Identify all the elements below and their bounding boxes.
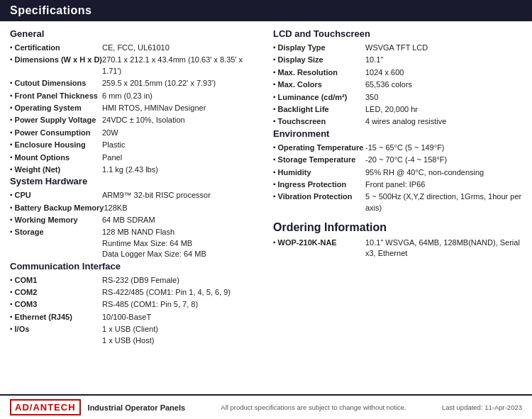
bullet-icon: ▪: [10, 115, 13, 125]
spec-row: ▪COM2RS-422/485 (COM1: Pin 1, 4, 5, 6, 9…: [10, 286, 259, 298]
spec-key: ▪Cutout Dimensions: [10, 78, 102, 89]
bullet-icon: ▪: [273, 92, 276, 102]
section-title: LCD and Touchscreen: [273, 28, 522, 39]
spec-value: ARM9™ 32-bit RISC processor: [102, 190, 259, 201]
spec-key-text: Enclosure Housing: [15, 140, 86, 150]
bullet-icon: ▪: [273, 191, 276, 201]
spec-key-text: Working Memory: [15, 215, 78, 225]
spec-key-text: Mount Options: [15, 152, 70, 163]
spec-key-text: Power Consumption: [15, 128, 91, 138]
page: Specifications General▪CertificationCE, …: [0, 0, 532, 419]
spec-value: 10.1": [365, 55, 522, 65]
spec-key-text: Cutout Dimensions: [15, 78, 87, 89]
bullet-icon: ▪: [273, 67, 276, 77]
spec-key: ▪CPU: [10, 190, 102, 201]
spec-value: Panel: [102, 152, 259, 163]
spec-key-text: Backlight Life: [278, 104, 329, 115]
spec-key: ▪Backlight Life: [273, 104, 365, 115]
spec-row: ▪Humidity95% RH @ 40°C, non-condensing: [273, 167, 522, 179]
spec-row: ▪Power Supply Voltage24VDC ± 10%, Isolat…: [10, 114, 259, 126]
spec-value: 350: [365, 92, 522, 103]
section: General▪CertificationCE, FCC, UL61010▪Di…: [10, 28, 259, 176]
spec-key: ▪Storage Temperature: [273, 155, 365, 165]
spec-row: ▪Storage Temperature-20 ~ 70°C (-4 ~ 158…: [273, 154, 522, 166]
bullet-icon: ▪: [10, 152, 13, 162]
spec-key-text: Battery Backup Memory: [15, 203, 104, 213]
bullet-icon: ▪: [10, 164, 13, 174]
spec-key: ▪Touchscreen: [273, 116, 365, 127]
footer-disclaimer: All product specifications are subject t…: [221, 403, 406, 411]
spec-row: ▪Weight (Net)1.1 kg (2.43 lbs): [10, 164, 259, 176]
left-column: General▪CertificationCE, FCC, UL61010▪Di…: [10, 28, 259, 387]
spec-value: WSVGA TFT LCD: [365, 43, 522, 53]
bullet-icon: ▪: [273, 143, 276, 152]
spec-value: 128KB: [104, 203, 259, 213]
spec-key: ▪Weight (Net): [10, 164, 102, 175]
footer-tagline: Industrial Operator Panels: [88, 403, 186, 412]
footer: AD/ANTECH Industrial Operator Panels All…: [0, 394, 532, 419]
bullet-icon: ▪: [10, 43, 13, 52]
spec-row: ▪I/Os1 x USB (Client)1 x USB (Host): [10, 323, 259, 347]
spec-row: ▪Vibration Protection5 ~ 500Hz (X,Y,Z di…: [273, 191, 522, 214]
spec-row: ▪Mount OptionsPanel: [10, 152, 259, 164]
spec-key: ▪Mount Options: [10, 152, 102, 163]
page-header: Specifications: [0, 0, 532, 21]
section-title: Environment: [273, 128, 522, 139]
spec-key-text: Dimensions (W x H x D): [15, 55, 102, 65]
bullet-icon: ▪: [10, 275, 13, 285]
bullet-icon: ▪: [10, 190, 13, 200]
spec-row: ▪COM3RS-485 (COM1: Pin 5, 7, 8): [10, 298, 259, 311]
spec-key: ▪Max. Colors: [273, 79, 365, 90]
section: Communication Interface▪COM1RS-232 (DB9 …: [10, 261, 259, 347]
spec-key: ▪Operating System: [10, 103, 102, 113]
spec-value: 128 MB NAND FlashRuntime Max Size: 64 MB…: [102, 227, 259, 259]
spec-row: ▪Battery Backup Memory128KB: [10, 202, 259, 214]
spec-row: ▪Display TypeWSVGA TFT LCD: [273, 42, 522, 54]
spec-row: ▪Touchscreen4 wires analog resistive: [273, 116, 522, 128]
spec-key: ▪Luminance (cd/m²): [273, 92, 365, 103]
spec-value: -20 ~ 70°C (-4 ~ 158°F): [365, 155, 522, 165]
spec-key-text: CPU: [15, 190, 31, 201]
spec-value: Plastic: [102, 140, 259, 150]
spec-key-text: Display Size: [278, 55, 323, 65]
company-logo: AD/ANTECH: [10, 399, 81, 415]
spec-key: ▪Humidity: [273, 167, 365, 178]
spec-value: -15 ~ 65°C (5 ~ 149°F): [365, 143, 522, 153]
spec-value: 270.1 x 212.1 x 43.4mm (10.63' x 8.35' x…: [102, 55, 259, 77]
spec-value: HMI RTOS, HMINav Designer: [102, 103, 259, 113]
bullet-icon: ▪: [10, 227, 13, 237]
spec-row: ▪Operating Temperature-15 ~ 65°C (5 ~ 14…: [273, 142, 522, 154]
section-title: General: [10, 28, 259, 39]
spec-key-text: COM2: [15, 287, 38, 298]
spec-key: ▪COM2: [10, 287, 102, 298]
bullet-icon: ▪: [10, 140, 13, 150]
spec-key-text: Operating System: [15, 103, 82, 113]
ordering-key: ▪WOP-210K-NAE: [273, 238, 365, 248]
spec-key-text: Power Supply Voltage: [15, 115, 96, 125]
bullet-icon: ▪: [10, 312, 13, 322]
bullet-icon: ▪: [10, 299, 13, 309]
spec-key-text: Touchscreen: [278, 116, 326, 127]
spec-row: ▪Front Panel Thickness6 mm (0.23 in): [10, 90, 259, 102]
spec-key: ▪Dimensions (W x H x D): [10, 55, 102, 65]
bullet-icon: ▪: [10, 324, 13, 334]
section: LCD and Touchscreen▪Display TypeWSVGA TF…: [273, 28, 522, 128]
spec-key-text: Humidity: [278, 167, 311, 178]
spec-key-text: Display Type: [278, 43, 326, 53]
spec-value: 259.5 x 201.5mm (10.22' x 7.93'): [102, 78, 259, 89]
footer-last-updated: Last updated: 11-Apr-2023: [442, 403, 522, 411]
spec-value: CE, FCC, UL61010: [102, 43, 259, 53]
spec-key: ▪Max. Resolution: [273, 67, 365, 78]
spec-key: ▪Battery Backup Memory: [10, 203, 104, 213]
spec-key: ▪Certification: [10, 43, 102, 53]
bullet-icon: ▪: [273, 43, 276, 52]
spec-key: ▪Front Panel Thickness: [10, 91, 102, 101]
bullet-icon: ▪: [10, 55, 13, 65]
spec-key-text: Ethernet (RJ45): [15, 312, 72, 323]
spec-key-text: Vibration Protection: [278, 191, 353, 202]
spec-value: 5 ~ 500Hz (X,Y,Z direction, 1Grms, 1hour…: [365, 191, 522, 213]
spec-key-text: Front Panel Thickness: [15, 91, 98, 101]
ordering-title: Ordering Information: [273, 221, 522, 234]
spec-value: RS-485 (COM1: Pin 5, 7, 8): [102, 299, 259, 310]
spec-row: ▪Max. Resolution1024 x 600: [273, 67, 522, 79]
